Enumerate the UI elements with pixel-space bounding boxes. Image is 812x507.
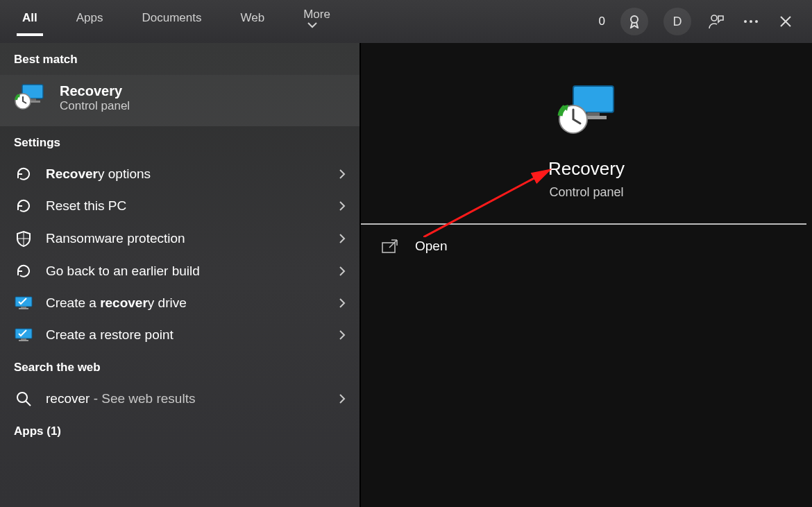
apps-header: Apps (1) bbox=[0, 415, 360, 441]
svg-rect-20 bbox=[587, 112, 600, 116]
recovery-icon bbox=[14, 82, 46, 114]
settings-item-reset-this-pc[interactable]: Reset this PC bbox=[0, 190, 360, 222]
preview-title: Recovery bbox=[548, 158, 625, 180]
preview-content: Recovery Control panel bbox=[361, 50, 812, 200]
rewards-button[interactable] bbox=[620, 8, 648, 35]
topbar-right: 0 D bbox=[599, 8, 795, 35]
topbar: All Apps Documents Web More 0 D bbox=[0, 0, 812, 43]
best-match-subtitle: Control panel bbox=[60, 99, 130, 113]
settings-item-label: Recovery options bbox=[46, 166, 151, 182]
main: Best match Recovery Control panel bbox=[0, 43, 812, 507]
svg-point-4 bbox=[755, 20, 758, 23]
chevron-right-icon bbox=[339, 200, 346, 212]
settings-item-recovery-options[interactable]: Recovery options bbox=[0, 158, 360, 190]
svg-rect-12 bbox=[21, 307, 26, 308]
chevron-right-icon bbox=[339, 298, 346, 309]
tab-apps[interactable]: Apps bbox=[71, 7, 109, 36]
close-button[interactable] bbox=[776, 12, 795, 31]
shield-icon bbox=[14, 230, 33, 247]
results-panel: Best match Recovery Control panel bbox=[0, 43, 361, 507]
chevron-right-icon bbox=[339, 169, 346, 180]
user-avatar[interactable]: D bbox=[663, 8, 691, 35]
ellipsis-icon bbox=[743, 19, 759, 24]
preview-subtitle: Control panel bbox=[549, 185, 623, 200]
open-icon bbox=[382, 239, 398, 254]
svg-point-2 bbox=[744, 20, 747, 23]
open-action[interactable]: Open bbox=[361, 225, 812, 268]
settings-item-create-restore-point[interactable]: Create a restore point bbox=[0, 319, 360, 351]
tab-documents[interactable]: Documents bbox=[136, 7, 207, 36]
settings-item-label: Ransomware protection bbox=[46, 231, 185, 246]
settings-item-label: Go back to an earlier build bbox=[46, 264, 200, 279]
settings-item-go-back-earlier-build[interactable]: Go back to an earlier build bbox=[0, 255, 360, 287]
settings-header: Settings bbox=[0, 126, 360, 158]
settings-item-ransomware-protection[interactable]: Ransomware protection bbox=[0, 222, 360, 255]
svg-point-1 bbox=[711, 15, 717, 21]
web-search-item[interactable]: recover - See web results bbox=[0, 383, 360, 415]
feedback-icon bbox=[708, 13, 725, 30]
best-match-header: Best match bbox=[0, 43, 360, 75]
settings-item-label: Create a restore point bbox=[46, 327, 174, 343]
search-icon bbox=[14, 391, 33, 406]
svg-point-17 bbox=[17, 393, 27, 402]
settings-item-create-recovery-drive[interactable]: Create a recovery drive bbox=[0, 287, 360, 319]
close-icon bbox=[779, 15, 793, 28]
restore-icon bbox=[14, 167, 33, 181]
chevron-right-icon bbox=[339, 233, 346, 244]
best-match-title: Recovery bbox=[60, 83, 130, 99]
tabs: All Apps Documents Web More bbox=[17, 3, 599, 40]
more-options-button[interactable] bbox=[741, 12, 761, 31]
svg-point-0 bbox=[631, 16, 638, 23]
settings-item-label: Create a recovery drive bbox=[46, 295, 187, 311]
feedback-button[interactable] bbox=[707, 12, 726, 31]
restore-icon bbox=[14, 199, 33, 213]
rewards-count: 0 bbox=[599, 15, 605, 28]
search-web-header: Search the web bbox=[0, 351, 360, 383]
chevron-down-icon bbox=[307, 22, 317, 28]
chevron-right-icon bbox=[339, 266, 346, 277]
tab-more[interactable]: More bbox=[298, 3, 336, 40]
tab-web[interactable]: Web bbox=[235, 7, 270, 36]
svg-rect-13 bbox=[19, 308, 28, 309]
medal-icon bbox=[628, 15, 641, 28]
web-search-label: recover - See web results bbox=[46, 391, 195, 406]
open-action-label: Open bbox=[415, 239, 447, 254]
chevron-right-icon bbox=[339, 393, 346, 404]
recovery-icon bbox=[555, 82, 618, 137]
chevron-right-icon bbox=[339, 329, 346, 341]
restore-icon bbox=[14, 264, 33, 278]
best-match-item[interactable]: Recovery Control panel bbox=[0, 75, 360, 126]
svg-rect-15 bbox=[21, 338, 26, 340]
preview-panel: Recovery Control panel Open bbox=[361, 43, 812, 507]
svg-rect-16 bbox=[19, 340, 28, 341]
monitor-icon bbox=[14, 296, 33, 310]
tab-all[interactable]: All bbox=[17, 7, 43, 36]
settings-item-label: Reset this PC bbox=[46, 198, 126, 214]
svg-point-3 bbox=[750, 20, 752, 23]
monitor-icon bbox=[14, 328, 33, 342]
